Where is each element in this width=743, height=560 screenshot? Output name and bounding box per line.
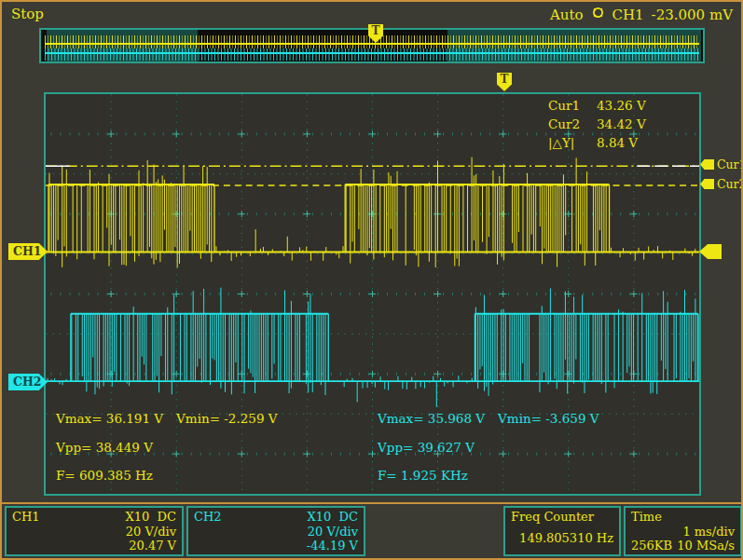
ch2-measurements: Vmax= 35.968 VVmin= -3.659 V Vpp= 39.627… [378, 411, 599, 497]
trigger-source-label: CH1 [612, 7, 644, 23]
ch2-box-name: CH2 [194, 510, 222, 524]
ch2-freq: F= 1.925 KHz [378, 468, 599, 497]
ch2-volts-div: 20 V/div [194, 525, 358, 539]
ch2-vpp: Vpp= 39.627 V [378, 440, 599, 469]
cursor-lines [46, 166, 699, 185]
oscilloscope-screen: Stop Auto CH1 -23.000 mV T T Cur143.26 V [0, 0, 743, 560]
timebase-box[interactable]: Time 1 ms/div 256KB10 MSa/s [624, 506, 742, 556]
ch1-measurements: Vmax= 36.191 VVmin= -2.259 V Vpp= 38.449… [56, 411, 278, 497]
trigger-position-flag[interactable]: T [497, 73, 512, 91]
cursor1-handle[interactable] [700, 159, 714, 170]
trigger-knob-icon [591, 6, 605, 23]
ch2-settings-box[interactable]: CH2X10 DC 20 V/div -44.19 V [186, 506, 365, 556]
ch2-position-flag[interactable]: CH2 [8, 374, 48, 390]
ch1-position-flag[interactable]: CH1 [8, 243, 48, 260]
trigger-level-value: -23.000 mV [652, 7, 733, 23]
ch1-probe-coupling: X10 DC [126, 510, 176, 524]
cursor2-handle[interactable] [700, 179, 714, 189]
ch2-vmax: Vmax= 35.968 V [378, 411, 485, 426]
freq-counter-label: Freq Counter [511, 510, 594, 524]
cursor-readout: Cur143.26 V Cur234.42 V |△Y|8.84 V [548, 96, 646, 152]
ch1-offset: 20.47 V [12, 539, 176, 553]
freq-counter-value: 149.805310 Hz [511, 531, 613, 545]
ch1-vpp: Vpp= 38.449 V [56, 440, 278, 469]
trigger-level-arrow[interactable] [699, 244, 722, 259]
bottom-separator [2, 502, 741, 504]
memory-depth: 256KB [631, 539, 672, 553]
ch2-offset: -44.19 V [194, 539, 358, 553]
ch2-probe-coupling: X10 DC [308, 510, 358, 524]
timebase-value: 1 ms/div [631, 525, 735, 539]
preview-ch2-trace [45, 48, 699, 61]
ch1-settings-box[interactable]: CH1X10 DC 20 V/div 20.47 V [5, 506, 184, 556]
sample-rate: 10 MSa/s [677, 539, 735, 553]
cursor1-value: 43.26 V [597, 98, 646, 113]
cursor2-value: 34.42 V [597, 116, 646, 131]
cursor1-label: Cur1 [548, 96, 589, 115]
ch1-freq: F= 609.385 Hz [56, 468, 278, 497]
cursor-delta-label: |△Y| [548, 133, 589, 152]
cursor-delta-value: 8.84 V [597, 135, 638, 150]
ch1-box-name: CH1 [12, 510, 40, 524]
cursor2-tag-label: Cur2 [717, 177, 743, 191]
ch1-vmin: Vmin= -2.259 V [176, 411, 277, 426]
cursor1-tag-label: Cur1 [717, 157, 743, 171]
ch1-vmax: Vmax= 36.191 V [56, 411, 163, 426]
cursor2-label: Cur2 [548, 115, 589, 133]
ch2-trace [46, 288, 699, 407]
trigger-status: Auto CH1 -23.000 mV [550, 6, 733, 23]
time-label: Time [631, 510, 662, 524]
run-state-label: Stop [11, 6, 44, 22]
ch2-vmin: Vmin= -3.659 V [498, 411, 599, 426]
ch1-volts-div: 20 V/div [12, 525, 176, 539]
freq-counter-box[interactable]: Freq Counter 149.805310 Hz [503, 506, 621, 556]
trigger-mode-label: Auto [550, 7, 584, 23]
